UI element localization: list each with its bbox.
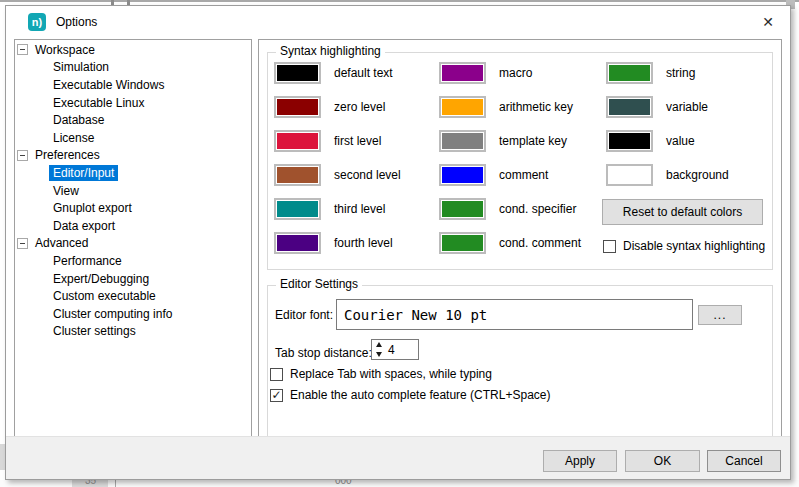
swatch-label: first level	[334, 134, 381, 148]
dialog-title: Options	[56, 15, 97, 29]
color-swatch-value[interactable]	[606, 130, 653, 152]
tree-item-editor-input[interactable]: Editor/Input	[15, 164, 251, 182]
spinner-buttons[interactable]	[372, 340, 385, 359]
swatch-row-comment: comment	[439, 158, 581, 192]
tree-item-workspace[interactable]: Workspace	[15, 41, 251, 59]
app-logo-icon: n)	[28, 13, 46, 31]
swatch-row-cond-comment: cond. comment	[439, 226, 581, 260]
color-swatch-arithmetic-key[interactable]	[439, 96, 486, 118]
tree-item-license[interactable]: License	[15, 129, 251, 147]
swatch-label: zero level	[334, 100, 385, 114]
collapse-minus-icon[interactable]	[17, 44, 28, 55]
swatch-color-fill	[277, 133, 318, 149]
tree-item-label: Simulation	[49, 59, 113, 75]
swatch-label: macro	[499, 66, 532, 80]
font-browse-button[interactable]: ...	[698, 305, 742, 325]
swatch-col-2: macroarithmetic keytemplate keycommentco…	[439, 56, 581, 260]
swatch-label: value	[666, 134, 695, 148]
tree-item-view[interactable]: View	[15, 182, 251, 200]
swatch-color-fill	[277, 99, 318, 115]
tree-item-executable-linux[interactable]: Executable Linux	[15, 94, 251, 112]
swatch-row-arithmetic-key: arithmetic key	[439, 90, 581, 124]
swatch-row-cond-specifier: cond. specifier	[439, 192, 581, 226]
swatch-color-fill	[277, 235, 318, 251]
color-swatch-zero-level[interactable]	[274, 96, 321, 118]
cancel-button[interactable]: Cancel	[707, 450, 781, 472]
tree-item-executable-windows[interactable]: Executable Windows	[15, 76, 251, 94]
swatch-color-fill	[442, 133, 483, 149]
close-icon[interactable]: ✕	[752, 8, 784, 36]
swatch-col-3: stringvariablevaluebackground	[606, 56, 729, 192]
reset-default-colors-button[interactable]: Reset to default colors	[602, 199, 763, 225]
tree-item-label: Executable Windows	[49, 77, 168, 93]
tree-item-expert-debugging[interactable]: Expert/Debugging	[15, 270, 251, 288]
color-swatch-variable[interactable]	[606, 96, 653, 118]
collapse-minus-icon[interactable]	[17, 150, 28, 161]
tab-stop-spinner[interactable]: 4	[371, 339, 419, 360]
tree-item-simulation[interactable]: Simulation	[15, 59, 251, 77]
replace-tab-label: Replace Tab with spaces, while typing	[290, 367, 492, 381]
tree-item-data-export[interactable]: Data export	[15, 217, 251, 235]
collapse-minus-icon[interactable]	[17, 238, 28, 249]
tree-item-label: Gnuplot export	[49, 200, 136, 216]
swatch-color-fill	[609, 133, 650, 149]
tree-item-label: Preferences	[31, 147, 104, 163]
spin-up-icon[interactable]	[376, 342, 382, 347]
color-swatch-default-text[interactable]	[274, 62, 321, 84]
tree-item-performance[interactable]: Performance	[15, 252, 251, 270]
tab-stop-value[interactable]: 4	[385, 340, 418, 359]
tree-item-database[interactable]: Database	[15, 111, 251, 129]
swatch-label: default text	[334, 66, 393, 80]
tree-item-custom-executable[interactable]: Custom executable	[15, 287, 251, 305]
tree-item-label: Performance	[49, 253, 126, 269]
replace-tab-checkbox[interactable]	[270, 368, 283, 381]
color-swatch-first-level[interactable]	[274, 130, 321, 152]
swatch-label: arithmetic key	[499, 100, 573, 114]
color-swatch-background[interactable]	[606, 164, 653, 186]
swatch-label: cond. comment	[499, 236, 581, 250]
settings-pane: Syntax highlighting default textzero lev…	[258, 39, 782, 437]
swatch-color-fill	[609, 65, 650, 81]
spin-down-icon[interactable]	[376, 352, 382, 357]
color-swatch-second-level[interactable]	[274, 164, 321, 186]
group-title: Editor Settings	[276, 277, 362, 291]
swatch-color-fill	[277, 65, 318, 81]
swatch-row-first-level: first level	[274, 124, 401, 158]
color-swatch-string[interactable]	[606, 62, 653, 84]
auto-complete-checkbox[interactable]: ✓	[270, 389, 283, 402]
disable-syntax-highlighting-checkbox[interactable]	[603, 240, 616, 253]
tree-item-cluster-computing-info[interactable]: Cluster computing info	[15, 305, 251, 323]
tree-item-label: Custom executable	[49, 288, 160, 304]
color-swatch-fourth-level[interactable]	[274, 232, 321, 254]
color-swatch-macro[interactable]	[439, 62, 486, 84]
auto-complete-label: Enable the auto complete feature (CTRL+S…	[290, 388, 550, 402]
ok-button[interactable]: OK	[625, 450, 700, 472]
tree-item-gnuplot-export[interactable]: Gnuplot export	[15, 199, 251, 217]
swatch-row-background: background	[606, 158, 729, 192]
apply-button[interactable]: Apply	[543, 450, 617, 472]
tree-item-advanced[interactable]: Advanced	[15, 235, 251, 253]
color-swatch-cond-specifier[interactable]	[439, 198, 486, 220]
title-bar[interactable]: n) Options ✕	[6, 6, 790, 38]
tree-item-cluster-settings[interactable]: Cluster settings	[15, 323, 251, 341]
options-dialog: n) Options ✕ WorkspaceSimulationExecutab…	[5, 5, 791, 480]
swatch-color-fill	[442, 235, 483, 251]
background-table-strip: 35 000	[0, 480, 799, 487]
color-swatch-cond-comment[interactable]	[439, 232, 486, 254]
color-swatch-template-key[interactable]	[439, 130, 486, 152]
options-tree[interactable]: WorkspaceSimulationExecutable WindowsExe…	[14, 39, 252, 437]
replace-tab-row: Replace Tab with spaces, while typing	[270, 367, 492, 381]
swatch-label: third level	[334, 202, 385, 216]
auto-complete-row: ✓ Enable the auto complete feature (CTRL…	[270, 388, 550, 402]
minus-glyph	[20, 243, 25, 244]
editor-font-label: Editor font:	[275, 308, 333, 322]
disable-syntax-highlighting-label: Disable syntax highlighting	[623, 239, 765, 253]
editor-font-field[interactable]: Courier New 10 pt	[336, 299, 693, 330]
swatch-color-fill	[442, 167, 483, 183]
color-swatch-comment[interactable]	[439, 164, 486, 186]
tree-item-preferences[interactable]: Preferences	[15, 147, 251, 165]
tree-item-label: Executable Linux	[49, 95, 148, 111]
swatch-row-macro: macro	[439, 56, 581, 90]
color-swatch-third-level[interactable]	[274, 198, 321, 220]
tree-item-label: Expert/Debugging	[49, 271, 153, 287]
